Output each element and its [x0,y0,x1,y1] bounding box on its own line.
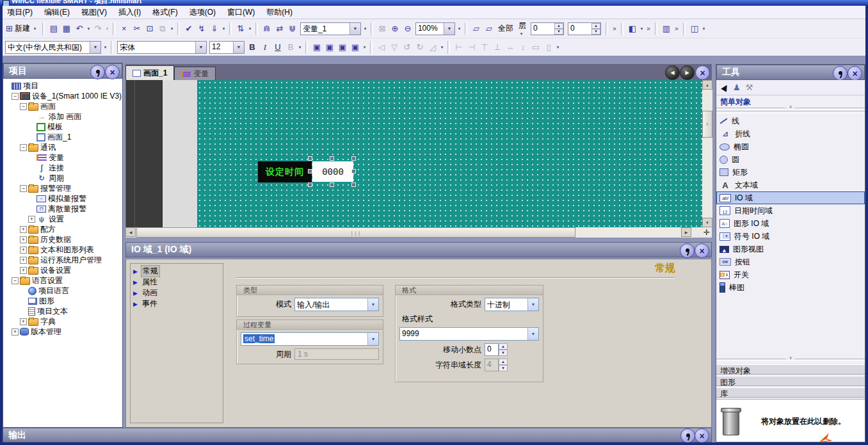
menu-item[interactable]: 插入(I) [113,6,147,19]
generate-button[interactable]: ↯ [195,22,208,35]
tool-item[interactable]: 圆 [716,153,865,166]
menu-item[interactable]: 帮助(H) [261,6,298,19]
language-combo[interactable]: 中文(中华人民共和国)▼ [5,41,101,54]
undo-button[interactable]: ↶ [73,22,86,35]
overflow-chevron-3[interactable]: » [673,25,680,32]
format-pattern-select[interactable]: 9999 ▼ [399,327,539,341]
chevron-down-icon[interactable]: ▼ [527,328,538,340]
tool-item[interactable]: IO 域 [716,191,865,204]
properties-nav-item[interactable]: ▶ 常规 [131,266,223,277]
tree-expander[interactable] [28,113,35,120]
new-screen-button[interactable]: ⊞新建▾ [4,23,40,34]
properties-nav-item[interactable]: ▶ 动画 [131,287,223,298]
layer-down-button[interactable]: ▱ [483,22,495,35]
pan-icon[interactable]: ✛ [702,227,712,238]
tree-expander[interactable]: + [20,226,27,233]
close-icon[interactable]: × [848,66,862,81]
tree-expander[interactable]: + [20,267,27,274]
tool-item[interactable]: 棒图 [716,281,865,294]
rotate-overflow[interactable]: ▾ [439,45,445,50]
underline-button[interactable]: U [271,41,284,54]
chevron-down-icon[interactable]: ▼ [444,23,454,35]
tool-item[interactable]: 折线 [716,127,865,140]
chevron-down-icon[interactable]: ▼ [90,42,100,53]
zoom-combo[interactable]: 100%▼ [415,22,455,35]
layer-label[interactable]: 层▾ [516,20,529,36]
chevron-down-icon[interactable]: ▼ [367,298,378,311]
canvas-vertical-scrollbar[interactable]: ▲ ≡ ▼ [702,80,712,227]
dialog-button[interactable]: ◫ [688,22,701,35]
scroll-down-icon[interactable]: ▼ [702,218,712,227]
section-enhanced-objects[interactable]: 增强对象 [716,364,865,375]
pin-icon[interactable] [90,65,105,79]
chevron-down-icon[interactable]: ▾ [639,26,645,31]
bold-button[interactable]: B [246,41,259,54]
stamp-icon[interactable]: ♟ [733,83,741,92]
pointer-icon[interactable]: ▶ [719,82,730,92]
zoom-overflow[interactable]: ▾ [456,26,462,31]
tool-item[interactable]: 日期时间域 [716,204,865,217]
bring-forward-button[interactable]: ▣ [336,41,349,54]
tab-back-icon[interactable]: ◀ [665,65,680,80]
text-field-object[interactable]: 设定时间 [258,161,312,182]
tree-item[interactable]: 连接 [3,163,122,173]
decimal-shift-spinner[interactable]: 0 ▲▼ [485,343,508,356]
tree-item[interactable]: 模板 [3,122,122,132]
collapse-bar[interactable]: ∨ [716,358,865,362]
tool-item[interactable]: 符号 IO 域 [716,230,865,243]
tree-item[interactable]: 变量 [3,152,122,163]
tree-expander[interactable]: − [20,144,27,151]
selection-handle[interactable] [308,182,312,187]
arrange-overflow[interactable]: ▾ [362,45,367,50]
chevron-down-icon[interactable]: ▼ [195,42,206,53]
tab-close-icon[interactable]: × [695,65,710,80]
tree-expander[interactable] [28,195,35,202]
tree-expander[interactable]: + [20,236,27,243]
send-backward-button[interactable]: ▣ [349,41,362,54]
close-icon[interactable]: × [695,243,709,258]
chevron-down-icon[interactable]: ▼ [350,23,360,35]
pin-icon[interactable] [680,428,695,443]
fill-color-button[interactable]: ◧ [626,22,639,35]
dialog-overflow[interactable]: ▾ [701,26,707,31]
tree-expander[interactable]: − [12,277,19,284]
process-tag-select[interactable]: set_time ▼ [241,332,379,346]
tree-item[interactable]: + 设置 [3,214,122,224]
tree-expander[interactable]: + [28,216,35,223]
tree-expander[interactable] [20,308,27,315]
tree-item[interactable]: − 通讯 [3,142,122,152]
tab-tags[interactable]: 变量 [174,67,216,80]
italic-button[interactable]: I [259,41,271,54]
tool-item[interactable]: 开关 [716,268,865,281]
tool-item[interactable]: 矩形 [716,166,865,179]
tag-combo[interactable]: 变量_1▼ [300,22,361,35]
scroll-right-icon[interactable]: ▶ [681,227,691,237]
tree-item[interactable]: 画面_1 [3,132,122,142]
selection-handle[interactable] [351,156,356,161]
tree-expander[interactable] [28,124,35,131]
delete-button[interactable]: × [118,22,131,35]
tool-item[interactable]: 文本域 [716,179,865,191]
tree-expander[interactable] [28,134,35,141]
menu-item[interactable]: 窗口(W) [221,6,261,19]
trash-icon[interactable] [723,411,739,435]
layer-x-spinner[interactable]: 0▲▼ [531,22,564,35]
tree-item[interactable]: + 文本和图形列表 [3,245,122,255]
pin-icon[interactable] [833,66,848,81]
spin-up-icon[interactable]: ▲ [499,343,508,350]
tree-expander[interactable]: + [12,328,19,336]
chevron-down-icon[interactable]: ▾ [518,31,524,36]
find-button[interactable]: ⋒ [261,22,273,35]
tree-item[interactable]: 离散量报警 [3,204,122,214]
tree-item[interactable]: + 字典 [3,316,122,327]
tree-item[interactable]: 项目 [3,81,122,91]
tool-item[interactable]: 线 [716,115,865,127]
menu-item[interactable]: 选项(O) [184,6,221,19]
tree-expander[interactable]: − [20,185,27,192]
chevron-down-icon[interactable]: ▾ [86,26,92,31]
tree-expander[interactable] [28,206,35,213]
tool-item[interactable]: 椭圆 [716,140,865,153]
chevron-down-icon[interactable]: ▼ [367,333,378,345]
menu-item[interactable]: 格式(F) [147,6,183,19]
canvas-horizontal-scrollbar[interactable]: ◀ | | | ▶ ✛ [125,227,712,238]
